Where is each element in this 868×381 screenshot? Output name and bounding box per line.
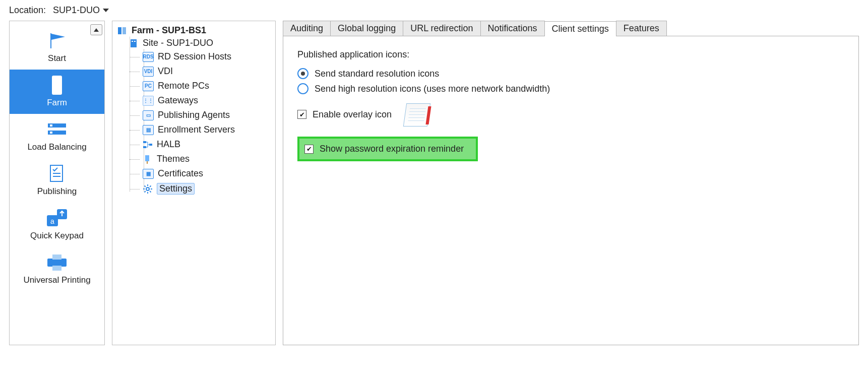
vdi-icon: VDI — [143, 67, 154, 77]
tree-settings[interactable]: Settings — [142, 181, 272, 197]
svg-point-29 — [146, 187, 149, 190]
arrow-up-icon — [94, 28, 99, 32]
nav-item-universal-printing[interactable]: Universal Printing — [10, 247, 104, 291]
nav-label: Farm — [47, 98, 67, 108]
halb-icon — [143, 140, 153, 149]
svg-rect-5 — [54, 82, 59, 83]
nav-item-load-balancing[interactable]: Load Balancing — [10, 114, 104, 158]
nav-label: Start — [48, 53, 66, 64]
svg-rect-18 — [52, 266, 61, 271]
svg-line-34 — [145, 185, 146, 186]
tree-item-label: HALB — [157, 139, 180, 150]
svg-rect-22 — [132, 41, 133, 42]
svg-text:a: a — [50, 217, 54, 225]
tree-item-label: Enrollment Servers — [158, 124, 235, 135]
radio-icon — [297, 83, 308, 94]
overlay-preview-icon — [404, 101, 432, 128]
site-icon — [129, 39, 139, 48]
location-label: Location: — [9, 5, 46, 16]
checkbox-icon — [304, 145, 314, 154]
nav-scroll-up-button[interactable] — [90, 24, 102, 35]
radio-high-resolution[interactable]: Send high resolution icons (uses more ne… — [297, 83, 844, 94]
publishing-icon — [48, 164, 66, 183]
checkbox-enable-overlay-icon[interactable]: Enable overlay icon — [297, 109, 392, 120]
tree-halb[interactable]: HALB — [142, 137, 272, 152]
nav-item-quick-keypad[interactable]: a Quick Keypad — [10, 203, 104, 247]
radio-label: Send high resolution icons (uses more ne… — [315, 84, 550, 94]
checkbox-label: Show password expiration reminder — [320, 144, 464, 154]
radio-label: Send standard resolution icons — [315, 69, 439, 79]
rds-icon: RDS — [143, 52, 154, 62]
tree-themes[interactable]: Themes — [142, 152, 272, 166]
left-nav: Start Farm Load Balancing Publishing a Q… — [9, 21, 105, 345]
load-balancing-icon — [46, 120, 68, 139]
tree-root[interactable]: Farm - SUP1-BS1 — [115, 24, 272, 37]
svg-rect-20 — [122, 27, 126, 34]
tab-notifications[interactable]: Notifications — [480, 21, 545, 36]
svg-rect-19 — [118, 27, 121, 34]
tree-certificates[interactable]: ▦Certificates — [142, 166, 272, 181]
tab-bar: Auditing Global logging URL redirection … — [283, 21, 859, 36]
printer-icon — [45, 253, 69, 272]
tree-root-label: Farm - SUP1-BS1 — [132, 25, 206, 36]
tree-site-label: Site - SUP1-DUO — [143, 38, 213, 48]
radio-standard-resolution[interactable]: Send standard resolution icons — [297, 68, 844, 79]
server-icon — [49, 76, 65, 95]
svg-line-37 — [150, 185, 151, 186]
enrollment-servers-icon: ▤ — [143, 125, 154, 135]
tree-gateways[interactable]: ⋮⋮Gateways — [142, 93, 272, 108]
svg-rect-25 — [143, 146, 146, 148]
tab-client-settings[interactable]: Client settings — [544, 21, 616, 36]
tree-rd-session-hosts[interactable]: RDSRD Session Hosts — [142, 49, 272, 64]
content-pane: Auditing Global logging URL redirection … — [283, 21, 859, 345]
location-value-text: SUP1-DUO — [53, 5, 100, 16]
svg-line-36 — [145, 191, 146, 192]
tree-site[interactable]: Site - SUP1-DUO — [128, 37, 272, 49]
tree-item-label: Gateways — [158, 95, 198, 106]
radio-icon — [297, 68, 308, 79]
svg-rect-24 — [143, 141, 146, 143]
tree-item-label: Publishing Agents — [158, 110, 230, 120]
tree-publishing-agents[interactable]: ▭Publishing Agents — [142, 108, 272, 122]
tree-remote-pcs[interactable]: PCRemote PCs — [142, 79, 272, 93]
svg-rect-28 — [147, 161, 148, 164]
nav-label: Quick Keypad — [30, 231, 84, 241]
highlighted-option: Show password expiration reminder — [297, 137, 478, 161]
pc-icon: PC — [143, 81, 154, 91]
gear-icon — [143, 184, 153, 194]
checkbox-label: Enable overlay icon — [313, 109, 392, 120]
checkbox-show-password-expiration[interactable]: Show password expiration reminder — [304, 144, 464, 154]
tree-item-label: Certificates — [158, 168, 203, 179]
svg-rect-4 — [54, 79, 59, 80]
tree-item-label: VDI — [158, 66, 173, 77]
publishing-agents-icon: ▭ — [143, 110, 154, 120]
nav-item-farm[interactable]: Farm — [10, 70, 104, 114]
tree-item-label: Remote PCs — [158, 81, 209, 91]
svg-rect-23 — [134, 41, 136, 42]
tab-url-redirection[interactable]: URL redirection — [403, 21, 480, 36]
svg-marker-1 — [51, 34, 65, 40]
tab-features[interactable]: Features — [616, 21, 667, 36]
svg-rect-17 — [52, 255, 61, 260]
tab-auditing[interactable]: Auditing — [283, 21, 331, 36]
themes-icon — [143, 155, 153, 164]
checkbox-icon — [297, 110, 306, 119]
svg-point-3 — [56, 90, 57, 92]
nav-label: Universal Printing — [23, 275, 90, 285]
svg-rect-16 — [47, 259, 67, 267]
svg-rect-21 — [131, 39, 137, 47]
nav-item-publishing[interactable]: Publishing — [10, 158, 104, 203]
tree-item-label: Settings — [157, 183, 195, 195]
tree-vdi[interactable]: VDIVDI — [142, 64, 272, 79]
location-dropdown[interactable]: SUP1-DUO — [53, 5, 109, 16]
tab-global-logging[interactable]: Global logging — [330, 21, 403, 36]
nav-label: Load Balancing — [27, 142, 86, 152]
tree-item-label: RD Session Hosts — [158, 51, 231, 62]
tree-item-label: Themes — [157, 154, 190, 164]
farm-icon — [116, 26, 128, 36]
tree-enrollment-servers[interactable]: ▤Enrollment Servers — [142, 122, 272, 137]
chevron-down-icon — [103, 9, 109, 12]
tree-pane: Farm - SUP1-BS1 Site - SUP1-DUO RDSRD Se… — [112, 21, 276, 345]
quick-keypad-icon: a — [45, 209, 69, 228]
svg-rect-8 — [50, 124, 52, 126]
